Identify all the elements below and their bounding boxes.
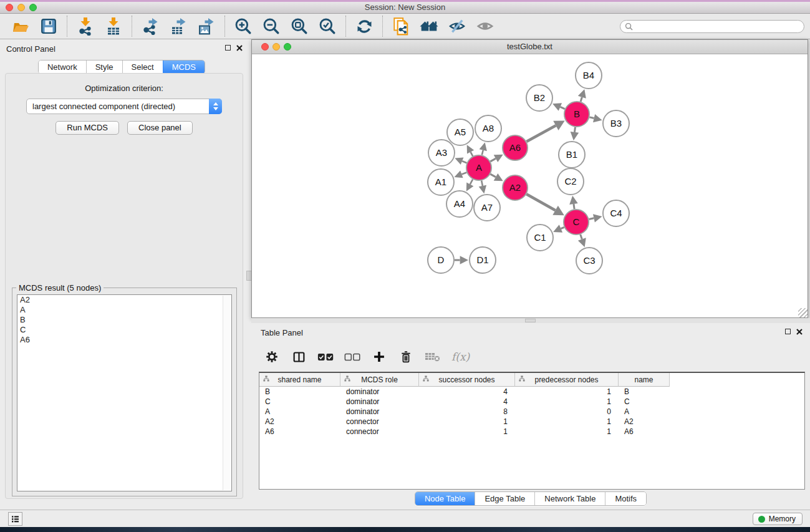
scrollbar-track[interactable] [223, 296, 231, 490]
graph-node-C2[interactable]: C2 [557, 168, 584, 195]
add-column-button[interactable] [371, 349, 387, 365]
minimize-network-view-button[interactable] [272, 43, 280, 51]
graph-edge-A6-B[interactable] [526, 125, 556, 142]
function-builder-button[interactable]: f(x) [451, 349, 470, 365]
graph-node-A7[interactable]: A7 [474, 195, 500, 221]
network-canvas[interactable]: AA1A2A3A4A5A6A7A8BB1B2B3B4CC1C2C3C4DD1 [252, 55, 808, 317]
graph-edge-B-B1[interactable] [574, 127, 575, 132]
graph-node-C[interactable]: C [564, 210, 589, 235]
graph-node-B[interactable]: B [564, 102, 589, 127]
close-network-view-button[interactable] [261, 43, 269, 51]
refresh-button[interactable] [354, 16, 374, 36]
graph-edge-A-A7[interactable] [481, 181, 483, 186]
column-header-successor-nodes[interactable]: successor nodes [419, 373, 515, 387]
close-panel-button[interactable]: Close panel [127, 121, 193, 135]
tab-mcds[interactable]: MCDS [163, 60, 205, 74]
graph-edge-C-C2[interactable] [574, 204, 574, 209]
tab-network[interactable]: Network [39, 60, 86, 74]
graph-edge-A-A5[interactable] [471, 152, 473, 157]
close-panel-icon[interactable] [796, 329, 803, 335]
graph-node-B4[interactable]: B4 [576, 62, 602, 89]
graph-node-C4[interactable]: C4 [603, 200, 629, 226]
close-window-button[interactable] [6, 4, 13, 11]
tab-motifs[interactable]: Motifs [605, 492, 646, 505]
save-session-button[interactable] [39, 16, 59, 36]
graph-edge-A2-C[interactable] [526, 194, 555, 210]
table-row[interactable]: Adominator80A [259, 407, 804, 417]
graph-node-B1[interactable]: B1 [559, 142, 585, 168]
task-history-button[interactable] [8, 512, 22, 526]
open-file-button[interactable] [11, 16, 31, 36]
graph-node-A8[interactable]: A8 [475, 115, 501, 142]
resize-grip-icon[interactable] [798, 308, 808, 317]
graph-edge-B-B2[interactable] [560, 107, 564, 109]
graph-edge-C-C4[interactable] [589, 218, 594, 220]
mcds-result-item[interactable]: C [17, 325, 231, 335]
import-table-button[interactable] [104, 16, 123, 36]
column-header-shared-name[interactable]: shared name [259, 373, 340, 387]
float-panel-icon[interactable] [225, 45, 231, 51]
delete-column-button[interactable] [398, 349, 414, 365]
divider-grip-icon[interactable] [525, 319, 536, 322]
graph-edge-B-B3[interactable] [589, 117, 594, 118]
deselect-all-button[interactable] [344, 349, 360, 365]
tab-style[interactable]: Style [86, 60, 122, 74]
search-input[interactable] [635, 21, 804, 31]
search-field[interactable] [620, 20, 804, 33]
run-mcds-button[interactable]: Run MCDS [55, 121, 119, 135]
zoom-window-button[interactable] [29, 4, 37, 11]
graph-node-A4[interactable]: A4 [446, 191, 473, 217]
memory-button[interactable]: Memory [753, 513, 803, 525]
column-header-predecessor-nodes[interactable]: predecessor nodes [515, 373, 619, 387]
export-network-button[interactable] [140, 16, 160, 36]
table-row[interactable]: Cdominator41C [259, 397, 804, 407]
zoom-network-view-button[interactable] [284, 43, 291, 51]
graph-node-A6[interactable]: A6 [503, 135, 528, 160]
minimize-window-button[interactable] [17, 4, 25, 11]
mcds-result-item[interactable]: A2 [17, 295, 231, 305]
close-panel-icon[interactable] [236, 45, 243, 51]
tab-network-table[interactable]: Network Table [534, 492, 605, 505]
table-row[interactable]: Bdominator41B [259, 387, 804, 397]
optimization-criterion-select[interactable]: largest connected component (directed) [26, 99, 222, 114]
graph-node-A5[interactable]: A5 [447, 119, 473, 145]
graph-node-A1[interactable]: A1 [428, 169, 454, 195]
graph-node-C3[interactable]: C3 [576, 248, 602, 274]
graph-edge-A-A2[interactable] [490, 174, 496, 177]
show-graphics-details-button[interactable] [475, 16, 495, 36]
graph-node-D1[interactable]: D1 [470, 247, 496, 273]
graph-node-B3[interactable]: B3 [603, 110, 629, 137]
split-panel-button[interactable] [291, 349, 307, 365]
float-panel-icon[interactable] [785, 329, 791, 334]
delete-table-button[interactable] [425, 349, 441, 365]
home-button[interactable] [419, 16, 439, 36]
horizontal-divider[interactable] [251, 318, 810, 323]
graph-edge-B-B4[interactable] [581, 97, 582, 102]
graph-node-A[interactable]: A [466, 155, 491, 180]
mcds-result-item[interactable]: A6 [17, 335, 231, 345]
graph-edge-A-A1[interactable] [461, 172, 466, 174]
export-table-button[interactable] [168, 16, 188, 36]
network-window-titlebar[interactable]: testGlobe.txt [252, 40, 808, 54]
mcds-result-item[interactable]: B [17, 315, 231, 325]
graph-edge-C-C3[interactable] [581, 235, 582, 239]
zoom-in-button[interactable] [233, 16, 253, 36]
tab-node-table[interactable]: Node Table [415, 492, 475, 505]
graph-edge-C-C1[interactable] [561, 227, 564, 228]
graph-edge-A-A6[interactable] [490, 158, 496, 162]
tab-select[interactable]: Select [122, 60, 163, 74]
select-all-button[interactable] [317, 349, 334, 365]
graph-edge-A-A4[interactable] [470, 180, 473, 185]
table-row[interactable]: A2connector11A2 [259, 417, 804, 427]
zoom-selected-button[interactable] [317, 16, 337, 36]
hide-graphics-details-button[interactable] [447, 16, 467, 36]
mcds-result-item[interactable]: A [17, 305, 231, 315]
graph-node-B2[interactable]: B2 [526, 85, 552, 111]
tab-edge-table[interactable]: Edge Table [475, 492, 534, 505]
zoom-out-button[interactable] [261, 16, 281, 36]
graph-edge-A-A8[interactable] [482, 150, 483, 155]
column-header-name[interactable]: name [619, 373, 670, 387]
export-image-button[interactable] [196, 16, 216, 36]
graph-node-C1[interactable]: C1 [527, 225, 553, 251]
column-header-MCDS-role[interactable]: MCDS role [340, 373, 419, 387]
